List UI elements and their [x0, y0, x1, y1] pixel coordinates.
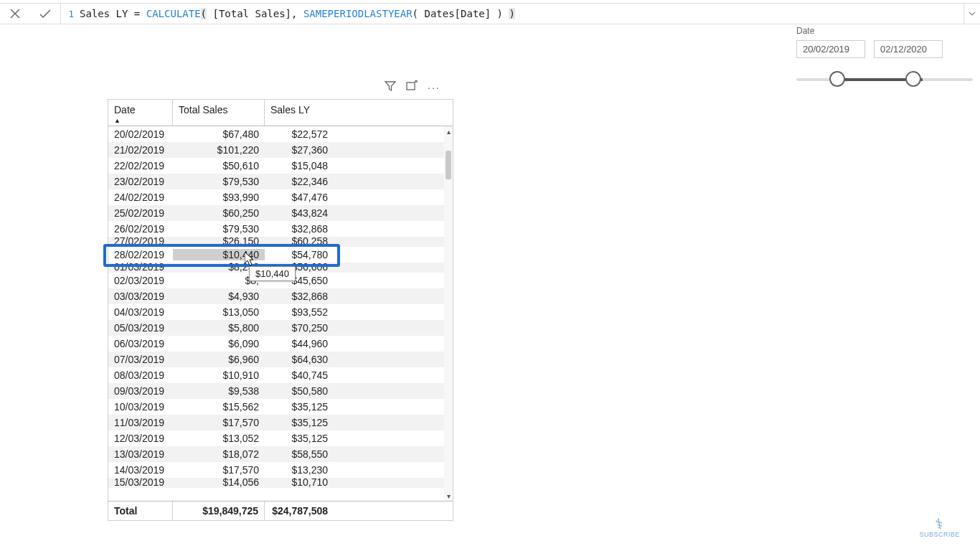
cell-total-sales[interactable]: $60,250 — [173, 207, 265, 219]
table-row[interactable]: 21/02/2019$101,220$27,360 — [108, 142, 453, 158]
cell-total-sales[interactable]: $50,610 — [173, 160, 265, 171]
table-row[interactable]: 03/03/2019$4,930$32,868 — [108, 288, 453, 304]
table-row[interactable]: 28/02/2019$10,440$54,780 — [108, 247, 453, 263]
table-row[interactable]: 10/03/2019$15,562$35,125 — [108, 399, 453, 415]
cell-sales-ly[interactable]: $35,125 — [265, 417, 334, 428]
cell-sales-ly[interactable]: $50,580 — [265, 385, 334, 397]
cell-total-sales[interactable]: $14,056 — [173, 478, 265, 488]
cell-sales-ly[interactable]: $32,868 — [265, 291, 334, 302]
cell-sales-ly[interactable]: $40,745 — [265, 369, 334, 381]
cell-total-sales[interactable]: $79,530 — [173, 223, 265, 235]
cell-date[interactable]: 07/03/2019 — [108, 354, 173, 365]
col-header-sales-ly[interactable]: Sales LY — [265, 100, 334, 126]
cell-total-sales[interactable]: $10,910 — [173, 369, 265, 381]
cell-date[interactable]: 02/03/2019 — [108, 275, 173, 286]
focus-mode-icon[interactable] — [406, 80, 418, 95]
cell-total-sales[interactable]: $101,220 — [173, 144, 265, 156]
cell-date[interactable]: 01/03/2019 — [108, 263, 173, 273]
cell-date[interactable]: 20/02/2019 — [108, 128, 173, 140]
cell-date[interactable]: 06/03/2019 — [108, 338, 173, 349]
cell-sales-ly[interactable]: $54,780 — [265, 249, 334, 260]
slider-handle-from[interactable] — [829, 71, 845, 87]
cell-date[interactable]: 08/03/2019 — [108, 369, 173, 381]
slicer-from-input[interactable]: 20/02/2019 — [796, 40, 865, 58]
slicer-slider[interactable] — [796, 78, 973, 81]
table-row[interactable]: 04/03/2019$13,050$93,552 — [108, 304, 453, 320]
table-row[interactable]: 07/03/2019$6,960$64,630 — [108, 352, 453, 367]
cell-total-sales[interactable]: $13,052 — [173, 433, 265, 444]
formula-input[interactable]: Sales LY = CALCULATE( [Total Sales], SAM… — [78, 8, 963, 19]
cell-total-sales[interactable]: $13,050 — [173, 306, 265, 318]
slicer-to-input[interactable]: 02/12/2020 — [874, 40, 943, 58]
scroll-down-icon[interactable]: ▾ — [444, 491, 453, 501]
expand-formula-button[interactable] — [963, 4, 980, 24]
cell-sales-ly[interactable]: $35,125 — [265, 401, 334, 413]
cell-total-sales[interactable]: $9,538 — [173, 385, 265, 397]
cell-total-sales[interactable]: $4,930 — [173, 291, 265, 302]
cell-date[interactable]: 04/03/2019 — [108, 306, 173, 318]
cell-date[interactable]: 22/02/2019 — [108, 160, 173, 171]
cell-total-sales[interactable]: $26,150 — [173, 237, 265, 247]
cell-sales-ly[interactable]: $10,710 — [265, 478, 334, 488]
commit-formula-button[interactable] — [30, 4, 60, 24]
cell-sales-ly[interactable]: $70,250 — [265, 322, 334, 334]
cell-total-sales[interactable]: $93,990 — [173, 192, 265, 203]
table-row[interactable]: 23/02/2019$79,530$22,346 — [108, 174, 453, 189]
table-row[interactable]: 09/03/2019$9,538$50,580 — [108, 383, 453, 399]
table-row[interactable]: 24/02/2019$93,990$47,476 — [108, 189, 453, 205]
table-row[interactable]: 26/02/2019$79,530$32,868 — [108, 221, 453, 237]
cell-sales-ly[interactable]: $93,552 — [265, 306, 334, 318]
cancel-formula-button[interactable] — [0, 4, 30, 24]
table-row[interactable]: 25/02/2019$60,250$43,824 — [108, 205, 453, 221]
scroll-thumb[interactable] — [446, 151, 451, 179]
cell-date[interactable]: 05/03/2019 — [108, 322, 173, 334]
cell-date[interactable]: 14/03/2019 — [108, 464, 173, 476]
cell-date[interactable]: 12/03/2019 — [108, 433, 173, 444]
table-row[interactable]: 13/03/2019$18,072$58,550 — [108, 446, 453, 462]
cell-date[interactable]: 21/02/2019 — [108, 144, 173, 156]
table-row[interactable]: 05/03/2019$5,800$70,250 — [108, 320, 453, 336]
cell-date[interactable]: 27/02/2019 — [108, 237, 173, 247]
cell-total-sales[interactable]: $10,440 — [173, 249, 265, 260]
cell-total-sales[interactable]: $6,960 — [173, 354, 265, 365]
cell-sales-ly[interactable]: $32,868 — [265, 223, 334, 235]
cell-total-sales[interactable]: $17,570 — [173, 417, 265, 428]
cell-sales-ly[interactable]: $15,048 — [265, 160, 334, 171]
cell-date[interactable]: 03/03/2019 — [108, 291, 173, 302]
cell-sales-ly[interactable]: $64,630 — [265, 354, 334, 365]
more-options-icon[interactable]: ··· — [428, 83, 440, 93]
cell-date[interactable]: 28/02/2019 — [108, 249, 173, 260]
cell-date[interactable]: 15/03/2019 — [108, 478, 173, 488]
col-header-date[interactable]: Date ▲ — [108, 100, 173, 126]
table-row[interactable]: 06/03/2019$6,090$44,960 — [108, 336, 453, 352]
cell-sales-ly[interactable]: $13,230 — [265, 464, 334, 476]
table-scrollbar[interactable]: ▴ ▾ — [444, 126, 453, 501]
cell-total-sales[interactable]: $79,530 — [173, 176, 265, 187]
table-row[interactable]: 11/03/2019$17,570$35,125 — [108, 415, 453, 430]
table-row[interactable]: 12/03/2019$13,052$35,125 — [108, 430, 453, 446]
cell-sales-ly[interactable]: $22,346 — [265, 176, 334, 187]
cell-total-sales[interactable]: $5,800 — [173, 322, 265, 334]
cell-sales-ly[interactable]: $35,125 — [265, 433, 334, 444]
scroll-up-icon[interactable]: ▴ — [444, 126, 453, 136]
table-row[interactable]: 14/03/2019$17,570$13,230 — [108, 462, 453, 478]
cell-sales-ly[interactable]: $27,360 — [265, 144, 334, 156]
cell-sales-ly[interactable]: $60,258 — [265, 237, 334, 247]
cell-sales-ly[interactable]: $43,824 — [265, 207, 334, 219]
table-row[interactable]: 27/02/2019$26,150$60,258 — [108, 237, 453, 247]
cell-total-sales[interactable]: $17,570 — [173, 464, 265, 476]
cell-date[interactable]: 25/02/2019 — [108, 207, 173, 219]
cell-date[interactable]: 26/02/2019 — [108, 223, 173, 235]
cell-date[interactable]: 11/03/2019 — [108, 417, 173, 428]
cell-sales-ly[interactable]: $58,550 — [265, 448, 334, 460]
table-row[interactable]: 08/03/2019$10,910$40,745 — [108, 367, 453, 383]
cell-date[interactable]: 13/03/2019 — [108, 448, 173, 460]
cell-date[interactable]: 10/03/2019 — [108, 401, 173, 413]
cell-date[interactable]: 09/03/2019 — [108, 385, 173, 397]
col-header-total-sales[interactable]: Total Sales — [173, 100, 265, 126]
cell-total-sales[interactable]: $67,480 — [173, 128, 265, 140]
filter-icon[interactable] — [385, 80, 396, 95]
cell-sales-ly[interactable]: $22,572 — [265, 128, 334, 140]
table-row[interactable]: 15/03/2019$14,056$10,710 — [108, 478, 453, 488]
slider-handle-to[interactable] — [905, 71, 921, 87]
